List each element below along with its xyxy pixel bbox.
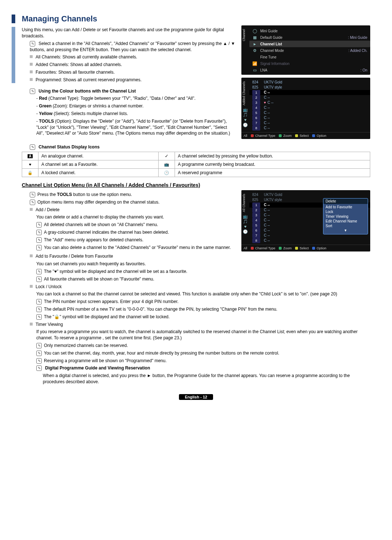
- tv-side-label: Channel: [241, 28, 246, 43]
- menu-channel-list[interactable]: Channel List: [259, 42, 365, 46]
- add-delete-title: Add / Delete: [22, 207, 236, 213]
- footer2-select[interactable]: Select: [295, 246, 309, 250]
- ch-row-1[interactable]: 1C --: [249, 90, 370, 95]
- popup-delete[interactable]: Delete: [323, 199, 368, 204]
- mini-guide-icon: ◯: [251, 28, 259, 34]
- bullet-programmed: Programmed: Shows all current reserved p…: [22, 77, 236, 83]
- ch-row-3[interactable]: 3♥C --: [249, 100, 370, 105]
- all-row-8[interactable]: 8C --: [249, 238, 370, 243]
- tv-icon: [164, 162, 169, 167]
- ch-row-2[interactable]: 2C --: [249, 95, 370, 100]
- page-title: Managing Channels: [12, 15, 370, 23]
- ch-row-7[interactable]: 7C --: [249, 120, 370, 126]
- status-icons-table: An analogue channel. A channel selected …: [22, 152, 370, 177]
- page-number: English - 12: [179, 394, 213, 400]
- colour-green: - Green (Zoom): Enlarges or shrinks a ch…: [22, 103, 236, 109]
- colour-yellow: - Yellow (Select): Selects multiple chan…: [22, 111, 236, 117]
- digital-guide-body: When a digital channel is selected, and …: [22, 373, 370, 385]
- menu-channel-mode[interactable]: Channel Mode: [259, 49, 346, 53]
- ch-uktv-gold[interactable]: UKTV Gold: [264, 80, 367, 85]
- ch-row-6[interactable]: 6C --: [249, 115, 370, 120]
- popup-lock[interactable]: Lock: [326, 209, 366, 214]
- select-channel-note: Select a channel in the "All Channels", …: [22, 41, 236, 53]
- intro-text: Using this menu, you can Add / Delete or…: [22, 27, 236, 39]
- fav-title: Add to Favourite / Delete from Favourite: [22, 253, 370, 259]
- popup-sort[interactable]: Sort: [326, 224, 366, 228]
- ch-uktv-style[interactable]: UKTV style: [264, 85, 367, 90]
- footer-zoom[interactable]: Zoom: [279, 134, 291, 138]
- menu-mini-guide[interactable]: Mini Guide: [259, 29, 365, 33]
- menu-default-guide[interactable]: Default Guide: [259, 36, 346, 40]
- menu-fine-tune[interactable]: Fine Tune: [259, 55, 367, 59]
- popup-add-fav[interactable]: Add to Favourite: [326, 205, 366, 209]
- tools-popup: Delete Add to Favourite Lock Timer Viewi…: [323, 198, 368, 234]
- option-menu-heading: Channel List Option Menu (in All Channel…: [22, 182, 370, 188]
- added-side-label: Added Channels: [241, 80, 246, 107]
- digital-guide-heading: Digital Programme Guide and Viewing Rese…: [45, 365, 150, 371]
- colour-red: - Red (Channel Type): Toggle between you…: [22, 95, 236, 102]
- status-icons-heading: Channel Status Display Icons: [38, 144, 99, 150]
- all-side-label: All Channels: [241, 192, 246, 214]
- add-delete-lead: You can delete or add a channel to displ…: [22, 214, 236, 220]
- clock-icon: [164, 170, 169, 175]
- colour-tools: - TOOLS (Option): Displays the "Delete" …: [22, 118, 236, 136]
- timer-title: Timer Viewing: [22, 322, 370, 328]
- check-icon: [165, 154, 168, 159]
- footer2-zoom[interactable]: Zoom: [279, 246, 291, 250]
- all-channels-panel: All Channels 📺🎵♥🕒 824UKTV Gold 825UKTV s…: [241, 190, 370, 251]
- option-vary-note: Option menu items may differ depending o…: [22, 199, 236, 205]
- ch-row-8[interactable]: 8C --: [249, 126, 370, 131]
- footer-all: All: [244, 134, 247, 138]
- bullet-all-channels: All Channels: Shows all currently availa…: [22, 54, 236, 60]
- ch-row-5[interactable]: 5C --: [249, 110, 370, 115]
- tools-note: Press the TOOLS button to use the option…: [22, 192, 236, 198]
- footer-channel-type[interactable]: Channel Type: [251, 134, 275, 138]
- footer-select[interactable]: Select: [295, 134, 309, 138]
- analogue-icon: [28, 154, 32, 159]
- all-uktv-gold[interactable]: UKTV Gold: [264, 192, 367, 197]
- popup-more-arrow[interactable]: ▼: [326, 228, 366, 233]
- footer2-option[interactable]: Option: [312, 246, 326, 250]
- footer2-ct[interactable]: Channel Type: [251, 246, 275, 250]
- heart-icon: [29, 162, 32, 167]
- ch-row-4[interactable]: 4C --: [249, 105, 370, 110]
- tv-menu-panel: Channel ◯Mini Guide ▦Default Guide: Mini…: [241, 25, 370, 75]
- lock-icon: [28, 170, 33, 175]
- bullet-favourites: Favourites: Shows all favourite channels…: [22, 69, 236, 75]
- menu-lna[interactable]: LNA: [259, 68, 358, 72]
- footer-option[interactable]: Option: [312, 134, 326, 138]
- popup-timer[interactable]: Timer Viewing: [326, 214, 366, 219]
- lock-title: Lock / Unlock: [22, 284, 370, 290]
- added-channels-panel: Added Channels 📺🎵♥🕒 824UKTV Gold 825UKTV…: [241, 78, 370, 139]
- colour-buttons-heading: Using the Colour buttons with the Channe…: [38, 89, 136, 94]
- bullet-added-channels: Added Channels: Shows all added channels…: [22, 62, 236, 68]
- menu-signal-info: Signal Information: [259, 62, 367, 66]
- popup-edit-name[interactable]: Edit Channel Name: [326, 219, 366, 224]
